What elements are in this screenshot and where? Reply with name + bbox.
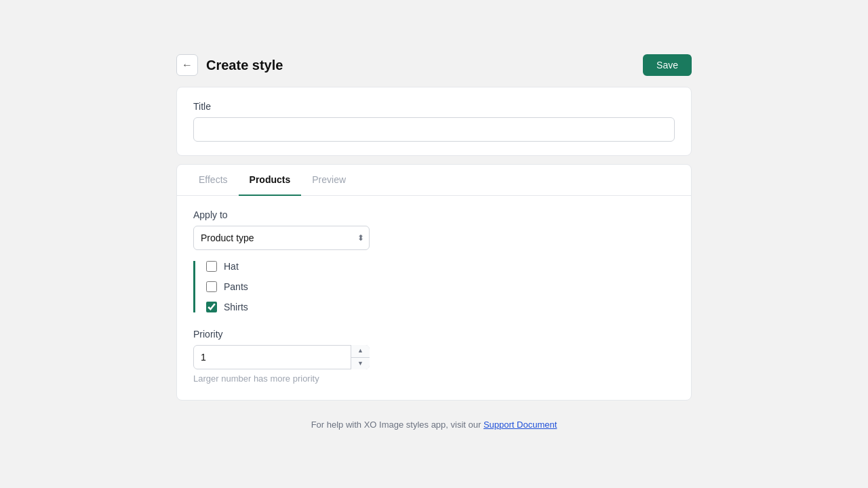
priority-input[interactable] <box>193 345 370 369</box>
footer: For help with XO Image styles app, visit… <box>176 420 692 430</box>
checkbox-hat-input[interactable] <box>206 261 217 272</box>
title-card: Title <box>176 87 692 156</box>
apply-to-label: Apply to <box>193 209 675 220</box>
checkbox-hat[interactable]: Hat <box>206 261 675 272</box>
back-icon: ← <box>182 59 193 71</box>
title-input[interactable] <box>193 117 675 142</box>
checkbox-shirts[interactable]: Shirts <box>206 302 675 312</box>
checkbox-shirts-label: Shirts <box>224 302 248 312</box>
save-button[interactable]: Save <box>643 54 692 76</box>
page-title: Create style <box>206 58 283 73</box>
tab-products[interactable]: Products <box>239 165 302 196</box>
priority-input-wrapper: ▲ ▼ <box>193 345 370 369</box>
tab-effects[interactable]: Effects <box>188 165 239 196</box>
tab-preview[interactable]: Preview <box>301 165 357 196</box>
footer-text: For help with XO Image styles app, visit… <box>311 420 484 430</box>
title-label: Title <box>193 101 675 112</box>
tabs-card: Effects Products Preview Apply to Produc… <box>176 164 692 401</box>
priority-decrement-button[interactable]: ▼ <box>351 358 370 370</box>
apply-to-select[interactable]: Product type <box>193 226 370 250</box>
product-type-checkbox-list: Hat Pants Shirts <box>193 261 675 312</box>
back-button[interactable]: ← <box>176 54 198 76</box>
checkbox-pants-label: Pants <box>224 281 248 292</box>
support-document-link[interactable]: Support Document <box>484 420 557 430</box>
header-left: ← Create style <box>176 54 283 76</box>
priority-label: Priority <box>193 329 675 340</box>
checkbox-pants[interactable]: Pants <box>206 281 675 292</box>
checkbox-shirts-input[interactable] <box>206 302 217 312</box>
checkbox-pants-input[interactable] <box>206 281 217 292</box>
checkbox-hat-label: Hat <box>224 261 239 272</box>
apply-to-select-wrapper: Product type ⬍ <box>193 226 370 250</box>
tabs-nav: Effects Products Preview <box>177 165 691 196</box>
priority-increment-button[interactable]: ▲ <box>351 345 370 358</box>
priority-hint: Larger number has more priority <box>193 373 675 384</box>
tab-content-products: Apply to Product type ⬍ Hat Pants <box>177 196 691 400</box>
priority-spinners: ▲ ▼ <box>351 345 370 369</box>
page-header: ← Create style Save <box>176 54 692 76</box>
priority-section: Priority ▲ ▼ Larger number has more prio… <box>193 329 675 384</box>
